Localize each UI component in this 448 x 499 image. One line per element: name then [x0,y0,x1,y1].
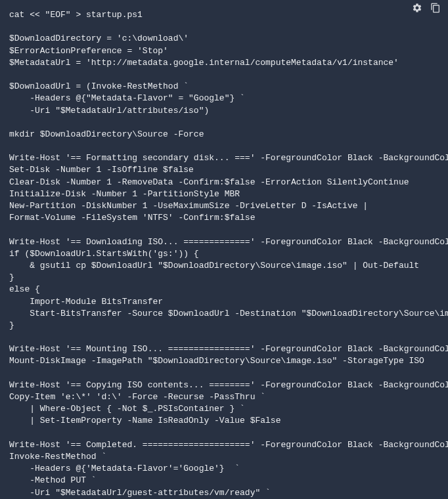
copy-icon [430,3,441,17]
code-line: Import-Module BitsTransfer [9,296,440,308]
code-line [9,69,440,81]
code-line: else { [9,284,440,295]
code-line: -Method PUT ` [9,475,440,487]
code-line: | Set-ItemProperty -Name IsReadOnly -Val… [9,415,440,427]
code-line: -Uri "$MetadataUrl/attributes/iso") [9,105,440,117]
code-line: Format-Volume -FileSystem 'NTFS' -Confir… [9,212,440,224]
code-line: Write-Host '== Copying ISO contents... =… [9,380,440,391]
code-line: Start-BitsTransfer -Source $DownloadUrl … [9,308,440,320]
code-line: Mount-DiskImage -ImagePath "$DownloadDir… [9,355,440,367]
code-line: if ($DownloadUrl.StartsWith('gs:')) { [9,248,440,260]
code-line [9,224,440,236]
code-line [9,427,440,439]
code-block: cat << "EOF" > startup.ps1 $DownloadDire… [0,0,448,499]
code-line: New-Partition -DiskNumber 1 -UseMaximumS… [9,200,440,212]
copy-button[interactable] [430,4,441,16]
code-line [9,368,440,380]
code-line: $DownloadDirectory = 'c:\download\' [9,33,440,45]
code-line [9,332,440,343]
code-line [9,117,440,129]
code-line: Invoke-RestMethod ` [9,451,440,463]
code-line: } [9,272,440,284]
code-line: cat << "EOF" > startup.ps1 [9,9,440,21]
code-line [9,21,440,33]
code-line: $ErrorActionPreference = 'Stop' [9,45,440,57]
code-line: mkdir $DownloadDirectory\Source -Force [9,129,440,141]
code-line: Set-Disk -Number 1 -IsOffline $false [9,164,440,176]
code-line: $DownloadUrl = (Invoke-RestMethod ` [9,81,440,93]
code-line: Initialize-Disk -Number 1 -PartitionStyl… [9,188,440,200]
code-line: } [9,320,440,332]
code-line: -Headers @{'Metadata-Flavor'='Google'} ` [9,463,440,475]
code-line: Clear-Disk -Number 1 -RemoveData -Confir… [9,177,440,188]
code-line: Write-Host '== Mounting ISO... =========… [9,343,440,355]
code-line: Write-Host '== Completed. ==============… [9,439,440,451]
code-line: Copy-Item 'e:\*' 'd:\' -Force -Recurse -… [9,391,440,403]
code-line: -Headers @{"Metadata-Flavor" = "Google"}… [9,93,440,104]
settings-button[interactable] [411,4,423,16]
code-line: Write-Host '== Formatting secondary disk… [9,152,440,164]
code-toolbar [411,4,441,16]
gear-icon [412,3,422,17]
code-line: $MetadataUrl = 'http://metadata.google.i… [9,57,440,69]
code-line: | Where-Object { -Not $_.PSIsContainer }… [9,403,440,415]
code-line: Write-Host '== Downloading ISO... ======… [9,236,440,248]
code-line: & gsutil cp $DownloadUrl "$DownloadDirec… [9,260,440,272]
code-line [9,141,440,152]
code-line: -Uri "$MetadataUrl/guest-attributes/vm/r… [9,487,440,499]
